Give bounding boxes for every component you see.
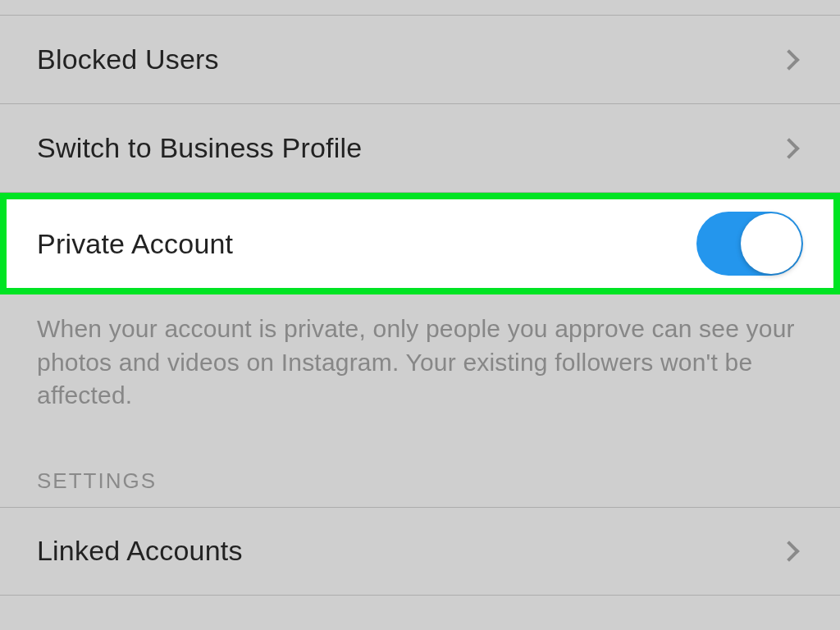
- row-switch-business[interactable]: Switch to Business Profile: [0, 103, 840, 192]
- row-label-switch-business: Switch to Business Profile: [37, 132, 362, 164]
- row-label-blocked-users: Blocked Users: [37, 43, 219, 75]
- chevron-right-icon: [778, 49, 799, 70]
- private-account-toggle[interactable]: [696, 212, 803, 276]
- row-linked-accounts[interactable]: Linked Accounts: [0, 507, 840, 596]
- row-label-linked-accounts: Linked Accounts: [37, 535, 243, 567]
- toggle-knob: [741, 213, 801, 274]
- row-label-private-account: Private Account: [37, 228, 233, 260]
- row-private-account[interactable]: Private Account: [7, 199, 833, 288]
- private-account-description: When your account is private, only peopl…: [0, 294, 840, 421]
- chevron-right-icon: [778, 541, 799, 561]
- settings-list: Blocked Users Switch to Business Profile…: [0, 15, 840, 596]
- chevron-right-icon: [778, 138, 799, 158]
- section-header-settings: SETTINGS: [0, 421, 840, 507]
- highlight-box: Private Account: [0, 192, 840, 294]
- row-blocked-users[interactable]: Blocked Users: [0, 15, 840, 103]
